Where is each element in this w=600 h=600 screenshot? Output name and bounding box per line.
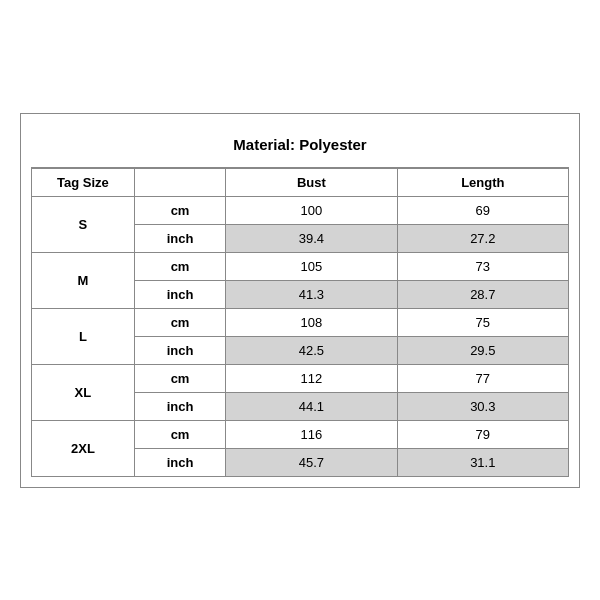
length-cm: 79 bbox=[397, 420, 568, 448]
table-row: 2XL cm 116 79 bbox=[32, 420, 569, 448]
table-row: S cm 100 69 bbox=[32, 196, 569, 224]
header-length: Length bbox=[397, 168, 568, 196]
unit-inch: inch bbox=[134, 280, 225, 308]
bust-inch: 39.4 bbox=[226, 224, 397, 252]
size-label: M bbox=[32, 252, 135, 308]
length-inch: 31.1 bbox=[397, 448, 568, 476]
length-cm: 73 bbox=[397, 252, 568, 280]
bust-cm: 100 bbox=[226, 196, 397, 224]
table-row: XL cm 112 77 bbox=[32, 364, 569, 392]
bust-inch: 44.1 bbox=[226, 392, 397, 420]
length-inch: 27.2 bbox=[397, 224, 568, 252]
length-cm: 77 bbox=[397, 364, 568, 392]
unit-cm: cm bbox=[134, 420, 225, 448]
bust-inch: 45.7 bbox=[226, 448, 397, 476]
unit-cm: cm bbox=[134, 196, 225, 224]
unit-inch: inch bbox=[134, 224, 225, 252]
table-row: L cm 108 75 bbox=[32, 308, 569, 336]
header-unit bbox=[134, 168, 225, 196]
bust-cm: 112 bbox=[226, 364, 397, 392]
bust-cm: 108 bbox=[226, 308, 397, 336]
size-label: XL bbox=[32, 364, 135, 420]
bust-inch: 41.3 bbox=[226, 280, 397, 308]
bust-cm: 116 bbox=[226, 420, 397, 448]
unit-cm: cm bbox=[134, 252, 225, 280]
chart-title: Material: Polyester bbox=[31, 124, 569, 168]
unit-inch: inch bbox=[134, 392, 225, 420]
size-label: 2XL bbox=[32, 420, 135, 476]
table-row: M cm 105 73 bbox=[32, 252, 569, 280]
unit-cm: cm bbox=[134, 308, 225, 336]
unit-inch: inch bbox=[134, 336, 225, 364]
size-table: Tag Size Bust Length S cm 100 69 inch 39… bbox=[31, 168, 569, 477]
size-label: S bbox=[32, 196, 135, 252]
length-inch: 30.3 bbox=[397, 392, 568, 420]
length-cm: 75 bbox=[397, 308, 568, 336]
header-tag-size: Tag Size bbox=[32, 168, 135, 196]
size-chart-container: Material: Polyester Tag Size Bust Length… bbox=[20, 113, 580, 488]
length-cm: 69 bbox=[397, 196, 568, 224]
header-bust: Bust bbox=[226, 168, 397, 196]
unit-cm: cm bbox=[134, 364, 225, 392]
bust-cm: 105 bbox=[226, 252, 397, 280]
length-inch: 29.5 bbox=[397, 336, 568, 364]
length-inch: 28.7 bbox=[397, 280, 568, 308]
size-label: L bbox=[32, 308, 135, 364]
bust-inch: 42.5 bbox=[226, 336, 397, 364]
unit-inch: inch bbox=[134, 448, 225, 476]
